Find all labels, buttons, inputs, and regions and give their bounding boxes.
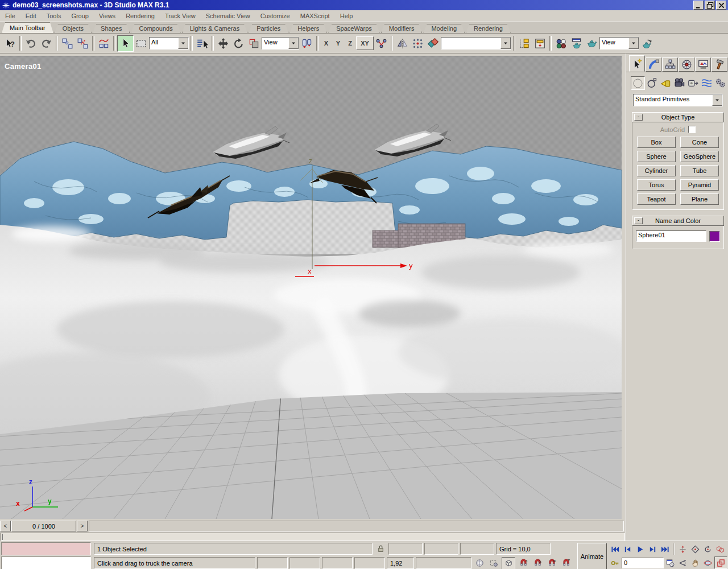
restrict-z-button[interactable]: Z [344, 37, 356, 50]
region-select-button[interactable] [134, 36, 149, 51]
shapes-button[interactable] [646, 76, 659, 89]
previous-frame-button[interactable] [622, 543, 634, 555]
hierarchy-tab[interactable] [662, 57, 678, 72]
helpers-button[interactable] [686, 76, 700, 89]
redo-button[interactable] [39, 36, 54, 51]
align-button[interactable] [425, 36, 441, 51]
help-mode-button[interactable] [2, 36, 18, 51]
go-to-start-button[interactable] [609, 543, 621, 555]
camera-viewport[interactable]: z y x z y x [0, 56, 622, 519]
animate-button[interactable]: Animate [577, 543, 607, 569]
menu-rendering[interactable]: Rendering [121, 11, 160, 21]
minimize-button[interactable] [693, 1, 704, 10]
geosphere-button[interactable]: GeoSphere [680, 151, 719, 162]
object-type-rollout-header[interactable]: - Object Type [632, 112, 724, 122]
tab-modifiers[interactable]: Modifiers [381, 24, 423, 33]
open-schematic-view-button[interactable] [532, 36, 548, 51]
track-bar[interactable] [0, 533, 625, 541]
zoom-button[interactable] [677, 543, 689, 555]
dropdown-arrow-icon[interactable] [288, 38, 299, 49]
motion-tab[interactable] [679, 57, 694, 72]
render-scene-button[interactable] [569, 36, 584, 51]
cylinder-button[interactable]: Cylinder [637, 165, 676, 176]
menu-edit[interactable]: Edit [20, 11, 42, 21]
play-button[interactable] [634, 543, 646, 555]
quick-render-button[interactable] [584, 36, 599, 51]
spinner-snap-button[interactable] [560, 558, 572, 569]
menu-file[interactable]: File [0, 11, 20, 21]
tab-shapes[interactable]: Shapes [93, 24, 130, 33]
torus-button[interactable]: Torus [637, 179, 676, 191]
material-editor-button[interactable] [553, 36, 569, 51]
angle-snap-button[interactable] [531, 558, 544, 569]
create-tab[interactable] [629, 55, 645, 72]
render-last-button[interactable] [639, 36, 655, 51]
select-object-button[interactable] [117, 35, 134, 52]
plane-button[interactable]: Plane [680, 193, 719, 205]
time-configuration-button[interactable] [664, 557, 676, 568]
undo-button[interactable] [23, 36, 39, 51]
dropdown-arrow-icon[interactable] [500, 38, 511, 49]
field-of-view-button[interactable] [677, 557, 689, 568]
sphere-button[interactable]: Sphere [637, 151, 676, 162]
cone-button[interactable]: Cone [680, 137, 719, 148]
selection-lock-button[interactable] [374, 543, 387, 555]
time-slider-handle[interactable]: 0 / 1000 [11, 521, 76, 531]
zoom-extents-button[interactable] [702, 543, 714, 555]
systems-button[interactable] [714, 76, 727, 89]
object-name-field[interactable]: Sphere01 [636, 230, 706, 242]
pan-button[interactable] [689, 557, 701, 568]
selection-filter-dropdown[interactable]: All [149, 37, 189, 50]
restrict-xy-plane-button[interactable]: XY [356, 36, 374, 50]
percent-snap-button[interactable]: % [545, 558, 558, 569]
dropdown-arrow-icon[interactable] [628, 38, 639, 49]
modify-tab[interactable] [646, 57, 661, 72]
rollout-collapse-icon[interactable]: - [634, 217, 643, 224]
select-and-move-button[interactable] [216, 36, 231, 51]
tab-lights-cameras[interactable]: Lights & Cameras [182, 24, 247, 33]
utilities-tab[interactable] [712, 57, 727, 72]
time-slider-next-button[interactable]: > [77, 521, 88, 531]
snap-toggle-button[interactable] [502, 557, 515, 569]
geometry-button[interactable] [631, 76, 645, 90]
listener-macro-recorder-pane[interactable] [1, 542, 91, 555]
select-and-scale-button[interactable] [246, 36, 262, 51]
coordinate-system-dropdown[interactable]: View [262, 37, 299, 50]
tab-objects[interactable]: Objects [55, 24, 92, 33]
restore-button[interactable] [705, 1, 715, 10]
display-tab[interactable] [695, 57, 711, 72]
degradation-override-button[interactable] [473, 558, 486, 569]
render-type-dropdown[interactable]: View [599, 37, 639, 50]
menu-group[interactable]: Group [66, 11, 94, 21]
cameras-button[interactable] [673, 76, 686, 89]
lights-button[interactable] [659, 76, 672, 89]
current-frame-field[interactable]: 0 [622, 558, 664, 568]
time-slider-track[interactable] [89, 521, 624, 531]
name-color-rollout-header[interactable]: - Name and Color [632, 216, 724, 226]
menu-schematic-view[interactable]: Schematic View [201, 11, 255, 21]
arc-rotate-button[interactable] [702, 557, 714, 568]
menu-views[interactable]: Views [94, 11, 121, 21]
dropdown-arrow-icon[interactable] [712, 94, 722, 106]
box-button[interactable]: Box [637, 137, 676, 148]
go-to-end-button[interactable] [659, 543, 671, 555]
link-button[interactable] [60, 36, 75, 51]
unlink-button[interactable] [75, 36, 90, 51]
named-selection-sets-dropdown[interactable] [441, 37, 511, 50]
crossing-selection-button[interactable] [487, 558, 500, 569]
teapot-button[interactable]: Teapot [637, 193, 676, 205]
tab-compounds[interactable]: Compounds [131, 24, 180, 33]
menu-maxscript[interactable]: MAXScript [295, 11, 335, 21]
tab-modeling[interactable]: Modeling [423, 24, 465, 33]
tube-button[interactable]: Tube [680, 165, 719, 176]
restrict-x-button[interactable]: X [320, 37, 332, 50]
close-button[interactable] [716, 1, 726, 10]
3d-snap-button[interactable]: 3 [517, 558, 530, 569]
space-warps-button[interactable] [700, 76, 713, 89]
array-button[interactable] [410, 36, 425, 51]
viewport-label[interactable]: Camera01 [5, 62, 42, 71]
menu-tools[interactable]: Tools [42, 11, 67, 21]
mirror-button[interactable] [395, 36, 410, 51]
tab-helpers[interactable]: Helpers [289, 24, 327, 33]
tab-main-toolbar[interactable]: Main Toolbar [2, 22, 53, 33]
